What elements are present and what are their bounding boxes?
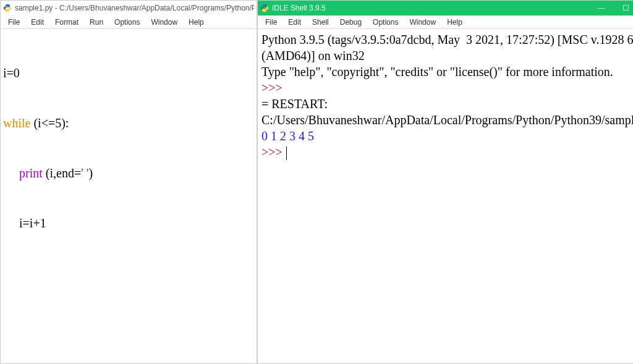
shell-restart: = RESTART: C:/Users/Bhuvaneshwar/AppData… [261, 97, 633, 127]
shell-menu-file[interactable]: File [260, 17, 282, 28]
code-line-1: i=0 [3, 65, 254, 82]
text-cursor [286, 146, 287, 160]
menu-file[interactable]: File [3, 17, 25, 28]
editor-title: sample1.py - C:/Users/Bhuvaneshwar/AppDa… [15, 4, 254, 12]
menu-window[interactable]: Window [146, 17, 182, 28]
code-line-3: print (i,end=' ') [3, 165, 254, 182]
shell-menu-options[interactable]: Options [368, 17, 403, 28]
shell-output: 0 1 2 3 4 5 [261, 129, 314, 143]
code-line-2: while (i<=5): [3, 115, 254, 132]
menu-help[interactable]: Help [184, 17, 209, 28]
shell-prompt: >>> [261, 81, 283, 95]
shell-menu-debug[interactable]: Debug [335, 17, 367, 28]
menu-edit[interactable]: Edit [26, 17, 49, 28]
shell-title: IDLE Shell 3.9.5 [272, 4, 326, 12]
shell-menu-window[interactable]: Window [404, 17, 441, 28]
shell-menubar: File Edit Shell Debug Options Window Hel… [258, 15, 633, 29]
shell-titlebar: IDLE Shell 3.9.5 — ☐ ✕ [258, 1, 633, 15]
editor-window: sample1.py - C:/Users/Bhuvaneshwar/AppDa… [0, 0, 257, 364]
shell-prompt-2: >>> [261, 145, 283, 159]
shell-menu-help[interactable]: Help [442, 17, 467, 28]
shell-menu-shell[interactable]: Shell [307, 17, 334, 28]
menu-run[interactable]: Run [85, 17, 108, 28]
shell-banner: Python 3.9.5 (tags/v3.9.5:0a7dcbd, May 3… [261, 33, 633, 78]
editor-menubar: File Edit Format Run Options Window Help [1, 15, 257, 29]
code-line-4: i=i+1 [3, 215, 254, 232]
editor-text-area[interactable]: i=0 while (i<=5): print (i,end=' ') i=i+… [1, 29, 257, 363]
minimize-button[interactable]: — [588, 1, 613, 15]
maximize-button[interactable]: ☐ [613, 1, 633, 15]
shell-menu-edit[interactable]: Edit [283, 17, 306, 28]
python-icon [260, 4, 269, 12]
shell-text-area[interactable]: Python 3.9.5 (tags/v3.9.5:0a7dcbd, May 3… [258, 29, 633, 363]
shell-window: IDLE Shell 3.9.5 — ☐ ✕ File Edit Shell D… [257, 0, 633, 364]
python-icon [3, 4, 12, 12]
window-controls: — ☐ ✕ [588, 1, 633, 15]
editor-titlebar: sample1.py - C:/Users/Bhuvaneshwar/AppDa… [1, 1, 257, 15]
menu-options[interactable]: Options [109, 17, 145, 28]
menu-format[interactable]: Format [50, 17, 83, 28]
